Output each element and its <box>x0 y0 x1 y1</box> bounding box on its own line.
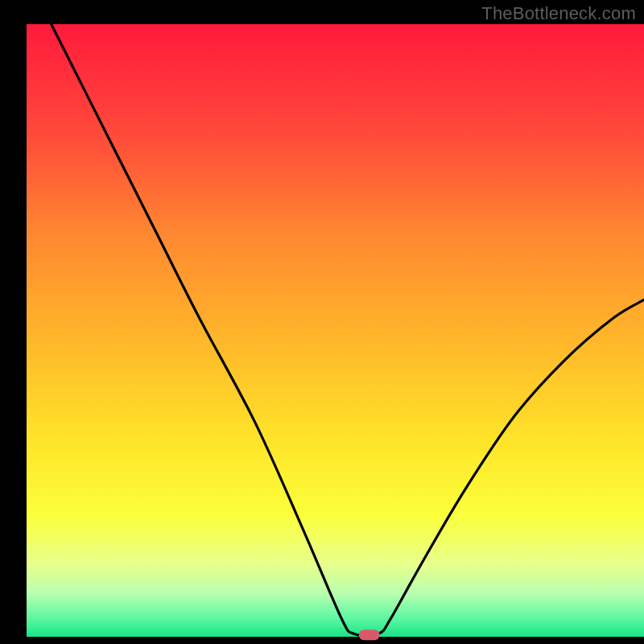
chart-frame: TheBottleneck.com <box>0 0 644 644</box>
bottleneck-chart <box>0 0 644 644</box>
chart-gradient-bg <box>27 24 644 637</box>
optimal-point-marker <box>359 630 380 640</box>
watermark-text: TheBottleneck.com <box>481 3 636 24</box>
